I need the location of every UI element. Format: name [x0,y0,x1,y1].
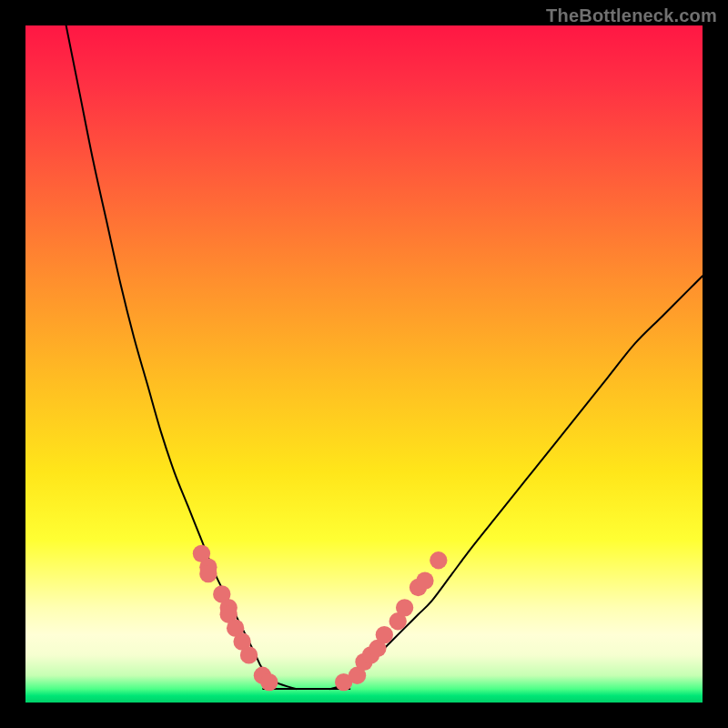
chart-container: TheBottleneck.com [0,0,728,728]
marker-cluster-right [335,551,448,691]
data-marker [260,673,278,691]
curve-overlay [25,25,703,703]
bottleneck-curve-left [66,25,297,689]
data-marker [199,565,217,582]
data-marker [376,626,393,643]
data-marker [430,551,447,569]
watermark-text: TheBottleneck.com [546,5,717,26]
gradient-plot-area [25,25,703,703]
data-marker [396,599,413,616]
data-marker [416,571,433,589]
marker-cluster-left [193,545,278,692]
data-marker [240,646,258,663]
